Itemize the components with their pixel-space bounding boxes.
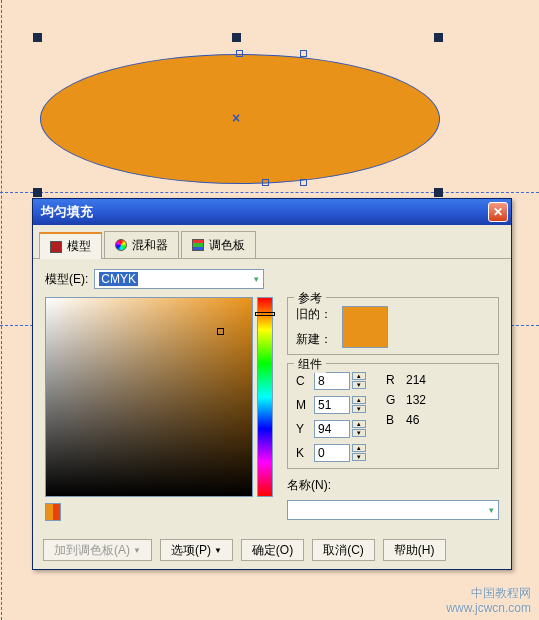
spin-up-icon[interactable]: ▴ (352, 396, 366, 404)
chevron-down-icon: ▾ (254, 274, 259, 284)
chevron-down-icon: ▼ (133, 546, 141, 555)
uniform-fill-dialog: 均匀填充 ✕ 模型 混和器 调色板 模型(E): CMYK ▾ (32, 198, 512, 570)
selection-handle[interactable] (434, 33, 443, 42)
r-value: 214 (406, 373, 426, 387)
guide-vertical[interactable] (1, 0, 2, 620)
m-spinner[interactable]: ▴▾ (314, 396, 366, 414)
spin-up-icon[interactable]: ▴ (352, 420, 366, 428)
k-input[interactable] (314, 444, 350, 462)
button-label: 确定(O) (252, 542, 293, 559)
old-color-label: 旧的： (296, 306, 332, 323)
dialog-titlebar[interactable]: 均匀填充 ✕ (33, 199, 511, 225)
palette-tab-icon (192, 239, 204, 251)
color-picker-area (45, 297, 273, 521)
reference-group: 参考 旧的： 新建： (287, 297, 499, 355)
y-input[interactable] (314, 420, 350, 438)
c-input[interactable] (314, 372, 350, 390)
shape-node[interactable] (262, 179, 269, 186)
saturation-value-picker[interactable] (45, 297, 253, 497)
close-icon: ✕ (493, 205, 503, 219)
close-button[interactable]: ✕ (488, 202, 508, 222)
b-value: 46 (406, 413, 419, 427)
r-label: R (386, 373, 398, 387)
shape-node[interactable] (300, 179, 307, 186)
shape-node[interactable] (236, 50, 243, 57)
button-label: 帮助(H) (394, 542, 435, 559)
ok-button[interactable]: 确定(O) (241, 539, 304, 561)
m-label: M (296, 398, 308, 412)
new-color-label: 新建： (296, 331, 332, 348)
color-model-select[interactable]: CMYK ▾ (94, 269, 264, 289)
spin-down-icon[interactable]: ▾ (352, 453, 366, 461)
selection-handle[interactable] (33, 188, 42, 197)
hue-slider[interactable] (257, 297, 273, 497)
cancel-button[interactable]: 取消(C) (312, 539, 375, 561)
object-center-marker[interactable]: × (232, 110, 240, 126)
g-value: 132 (406, 393, 426, 407)
selection-handle[interactable] (33, 33, 42, 42)
spin-up-icon[interactable]: ▴ (352, 372, 366, 380)
tab-label: 调色板 (209, 237, 245, 254)
help-button[interactable]: 帮助(H) (383, 539, 446, 561)
tab-palette[interactable]: 调色板 (181, 231, 256, 258)
name-label: 名称(N): (287, 477, 331, 494)
spin-down-icon[interactable]: ▾ (352, 405, 366, 413)
g-label: G (386, 393, 398, 407)
spin-down-icon[interactable]: ▾ (352, 381, 366, 389)
watermark: 中国教程网 www.jcwcn.com (446, 586, 531, 616)
selection-handle[interactable] (232, 33, 241, 42)
group-title: 组件 (294, 356, 326, 373)
dialog-footer: 加到调色板(A)▼ 选项(P)▼ 确定(O) 取消(C) 帮助(H) (33, 531, 511, 569)
chevron-down-icon: ▾ (489, 505, 494, 515)
components-group: 组件 C ▴▾ M ▴▾ Y (287, 363, 499, 469)
chevron-down-icon: ▼ (214, 546, 222, 555)
guide-horizontal[interactable] (0, 192, 539, 193)
y-label: Y (296, 422, 308, 436)
tab-label: 模型 (67, 238, 91, 255)
shape-node[interactable] (300, 50, 307, 57)
model-tab-icon (50, 241, 62, 253)
tab-mixer[interactable]: 混和器 (104, 231, 179, 258)
tab-strip: 模型 混和器 调色板 (33, 225, 511, 259)
tab-model[interactable]: 模型 (39, 232, 102, 259)
watermark-line1: 中国教程网 (446, 586, 531, 601)
button-label: 取消(C) (323, 542, 364, 559)
spin-down-icon[interactable]: ▾ (352, 429, 366, 437)
button-label: 选项(P) (171, 542, 211, 559)
sv-cursor[interactable] (217, 328, 224, 335)
select-value: CMYK (99, 272, 138, 286)
model-label: 模型(E): (45, 271, 88, 288)
k-label: K (296, 446, 308, 460)
dialog-body: 模型(E): CMYK ▾ (33, 259, 511, 531)
color-swatch (342, 306, 388, 348)
y-spinner[interactable]: ▴▾ (314, 420, 366, 438)
c-spinner[interactable]: ▴▾ (314, 372, 366, 390)
b-label: B (386, 413, 398, 427)
color-preview-strip (45, 503, 61, 521)
group-title: 参考 (294, 290, 326, 307)
color-name-select[interactable]: ▾ (287, 500, 499, 520)
m-input[interactable] (314, 396, 350, 414)
button-label: 加到调色板(A) (54, 542, 130, 559)
mixer-tab-icon (115, 239, 127, 251)
spin-up-icon[interactable]: ▴ (352, 444, 366, 452)
options-button[interactable]: 选项(P)▼ (160, 539, 233, 561)
watermark-line2: www.jcwcn.com (446, 601, 531, 616)
selection-handle[interactable] (434, 188, 443, 197)
add-to-palette-button[interactable]: 加到调色板(A)▼ (43, 539, 152, 561)
tab-label: 混和器 (132, 237, 168, 254)
k-spinner[interactable]: ▴▾ (314, 444, 366, 462)
hue-slider-thumb[interactable] (255, 312, 275, 316)
c-label: C (296, 374, 308, 388)
dialog-title: 均匀填充 (41, 203, 488, 221)
